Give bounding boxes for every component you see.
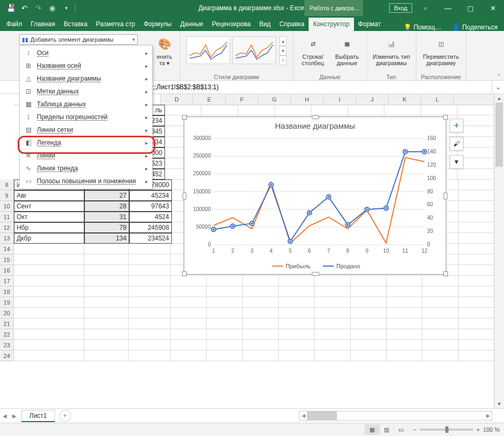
row-header[interactable]: 9	[0, 190, 14, 201]
tab-formulas[interactable]: Формулы	[139, 18, 176, 31]
tab-format[interactable]: Формат	[354, 18, 385, 31]
camera-icon[interactable]: ◉	[46, 2, 59, 14]
formula-input[interactable]	[98, 83, 492, 91]
tab-review[interactable]: Рецензирова	[208, 18, 255, 31]
view-normal-icon[interactable]: ▦	[365, 424, 379, 435]
collapse-ribbon-icon[interactable]: ⌃	[493, 31, 504, 80]
tab-design[interactable]: Конструктор	[309, 18, 353, 31]
horizontal-scrollbar[interactable]: ◀▶	[299, 411, 492, 421]
view-pagelayout-icon[interactable]: ▥	[379, 424, 393, 435]
zoom-out-button[interactable]: −	[413, 426, 416, 433]
expand-formula-icon[interactable]: ⌄	[492, 81, 504, 94]
add-sheet-button[interactable]: +	[59, 410, 71, 422]
svg-text:5: 5	[289, 248, 292, 254]
tell-me-icon[interactable]: 💡	[404, 24, 412, 31]
svg-text:250000: 250000	[193, 153, 211, 159]
tab-help[interactable]: Справка	[275, 18, 309, 31]
row-header[interactable]: 13	[0, 233, 14, 244]
ribbon-display-icon[interactable]: ▫	[414, 0, 437, 16]
menu-legend[interactable]: ◧Легенда▸	[20, 136, 152, 149]
share-label[interactable]: Поделиться	[462, 24, 498, 31]
zoom-slider[interactable]	[420, 429, 473, 431]
row-header[interactable]: 10	[0, 201, 14, 212]
chart-style-1[interactable]	[186, 36, 230, 64]
share-icon[interactable]: 👤	[452, 24, 460, 31]
row-header[interactable]: 23	[0, 340, 14, 351]
row-header[interactable]: 11	[0, 212, 14, 222]
svg-text:100000: 100000	[193, 206, 211, 212]
move-chart-button[interactable]: ◫Переместить диаграмму	[420, 34, 462, 66]
row-header[interactable]: 18	[0, 286, 14, 297]
row-header[interactable]: 12	[0, 222, 14, 233]
tab-data[interactable]: Данные	[176, 18, 207, 31]
chart-styles-button[interactable]: 🖌	[450, 137, 463, 151]
select-data-button[interactable]: ▦Выбрать данные	[331, 34, 363, 66]
col-header[interactable]: L	[421, 94, 454, 105]
embedded-chart[interactable]: Название диаграммы0500001000001500002000…	[184, 116, 446, 275]
style-gallery-buttons[interactable]: ▴▾▿	[279, 36, 287, 65]
close-icon[interactable]: ✕	[482, 0, 504, 16]
tell-me-label[interactable]: Помощ…	[414, 24, 442, 31]
tab-view[interactable]: Вид	[255, 18, 275, 31]
col-header[interactable]: F	[226, 94, 258, 105]
menu-error-bars[interactable]: ⟟Пределы погрешностей▸	[20, 111, 152, 123]
row-header[interactable]: 22	[0, 329, 14, 340]
chart-plot[interactable]: Название диаграммы0500001000001500002000…	[184, 117, 446, 274]
maximize-icon[interactable]: ▢	[459, 0, 482, 16]
row-header[interactable]: 19	[0, 297, 14, 308]
row-header[interactable]: 15	[0, 254, 14, 265]
switch-row-col-button[interactable]: ⇄Строка/ столбец	[297, 34, 329, 66]
redo-icon[interactable]: ↷	[32, 2, 45, 14]
menu-data-labels[interactable]: ⊡Метки данных▸	[20, 85, 152, 98]
col-header[interactable]: D	[161, 94, 193, 105]
menu-chart-title[interactable]: △Название диаграммы▸	[20, 72, 152, 85]
zoom-in-button[interactable]: +	[476, 426, 479, 433]
row-header[interactable]: 20	[0, 308, 14, 318]
tab-nav-prev[interactable]: ◀	[0, 413, 10, 419]
change-colors-button[interactable]: 🎨енить та ▾	[154, 34, 175, 66]
chart-style-2[interactable]	[232, 36, 276, 64]
tab-nav-next[interactable]: ▶	[10, 413, 19, 419]
col-header[interactable]: H	[291, 94, 324, 105]
menu-data-table[interactable]: ▦Таблица данных▸	[20, 98, 152, 111]
menu-axis-titles[interactable]: ⊞Названия осей▸	[20, 59, 152, 72]
col-header[interactable]: K	[389, 94, 421, 105]
row-header[interactable]: 8	[0, 180, 14, 190]
tab-file[interactable]: Файл	[2, 18, 27, 31]
col-header[interactable]: E	[193, 94, 226, 105]
col-header[interactable]: G	[258, 94, 291, 105]
zoom-level[interactable]: 100 %	[483, 426, 500, 433]
titlebar: 💾 ↶ ↷ ◉ ▾ Диаграмма в диаграмме.xlsx - E…	[0, 0, 504, 16]
undo-icon[interactable]: ↶	[18, 2, 31, 14]
svg-point-46	[289, 240, 292, 243]
menu-trendline[interactable]: ∿Линия тренда▸	[20, 162, 152, 175]
minimize-icon[interactable]: —	[437, 0, 459, 16]
col-header[interactable]: I	[324, 94, 356, 105]
row-header[interactable]: 24	[0, 351, 14, 361]
row-header[interactable]: 21	[0, 318, 14, 329]
switch-icon: ⇄	[304, 35, 321, 52]
tab-insert[interactable]: Вставка	[59, 18, 92, 31]
row-header[interactable]: 17	[0, 276, 14, 286]
row-header[interactable]: 14	[0, 244, 14, 254]
login-button[interactable]: Вход	[389, 3, 412, 13]
save-icon[interactable]: 💾	[4, 2, 17, 14]
svg-text:300000: 300000	[193, 135, 211, 141]
view-pagebreak-icon[interactable]: ▭	[393, 424, 408, 435]
menu-gridlines[interactable]: ▤Линии сетки▸	[20, 123, 152, 136]
svg-text:40: 40	[427, 215, 434, 221]
sheet-tab[interactable]: Лист1	[21, 410, 55, 422]
tab-pagelayout[interactable]: Разметка стр	[92, 18, 139, 31]
menu-updown-bars[interactable]: ▭Полосы повышения и понижения▸	[20, 175, 152, 188]
vertical-scrollbar[interactable]: ▲▼	[494, 94, 504, 408]
qat-more-icon[interactable]: ▾	[60, 2, 73, 14]
chart-filters-button[interactable]: ▼	[450, 155, 463, 169]
row-header[interactable]: 16	[0, 265, 14, 276]
col-header[interactable]: J	[356, 94, 389, 105]
menu-axes[interactable]: ↕Оси▸	[20, 46, 152, 59]
add-chart-element-button[interactable]: ▮▮ Добавить элемент диаграммы ▾	[19, 34, 138, 45]
tab-home[interactable]: Главная	[27, 18, 60, 31]
change-chart-type-button[interactable]: 📊Изменить тип диаграммы	[370, 34, 413, 66]
chart-elements-button[interactable]: +	[450, 119, 463, 133]
menu-lines[interactable]: ≋Линии▸	[20, 149, 152, 162]
